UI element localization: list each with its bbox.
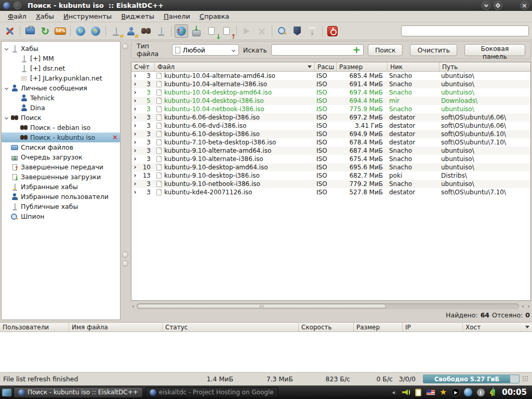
expand-row-icon[interactable] — [133, 149, 136, 152]
sidebar-item-10[interactable]: Списки файлов — [2, 142, 120, 152]
quick-connect-icon[interactable]: ϟ — [89, 24, 102, 38]
results-column-1[interactable]: Файл — [154, 62, 314, 71]
expand-row-icon[interactable] — [133, 174, 136, 177]
expand-row-icon[interactable] — [133, 182, 136, 185]
search-button[interactable]: Поиск — [368, 44, 403, 56]
transfers-column-3[interactable]: Скорость — [298, 323, 353, 331]
scroll-dot-button[interactable] — [122, 251, 128, 258]
filter-icon[interactable] — [305, 24, 319, 38]
transfers-column-4[interactable]: Размер — [353, 323, 402, 331]
info-icon[interactable]: i — [476, 388, 485, 397]
results-column-2[interactable]: Расш — [314, 62, 336, 71]
tree-expander[interactable] — [3, 116, 10, 119]
search-input[interactable] — [272, 46, 350, 54]
scroll-down-button[interactable] — [122, 260, 128, 267]
side-panel-button[interactable]: Боковая панель — [464, 44, 525, 56]
transfers-column-0[interactable]: Пользователи — [0, 323, 69, 331]
resize-grip[interactable] — [522, 376, 529, 382]
add-search-icon[interactable]: + — [350, 45, 363, 55]
expand-row-icon[interactable] — [133, 99, 136, 102]
table-row[interactable]: 3kubuntu-9.10-alternate-i386.isoISO675.4… — [131, 155, 530, 163]
table-row[interactable]: 3kubuntu-10.04-netbook-i386.isoISO775.9 … — [131, 105, 530, 113]
sidebar-scrollbar[interactable] — [121, 41, 129, 320]
clear-button[interactable]: Очистить — [410, 44, 457, 56]
scrollbar-thumb[interactable] — [137, 304, 385, 309]
sidebar-item-14[interactable]: ★Избранные хабы — [2, 182, 120, 192]
table-row[interactable]: 13kubuntu-9.10-desktop-i386.isoISO682.7 … — [131, 171, 530, 180]
table-row[interactable]: 3kubuntu-9.10-netbook-i386.isoISO779.2 М… — [131, 180, 530, 188]
open-filelist-icon[interactable] — [23, 24, 37, 38]
expand-row-icon[interactable] — [133, 91, 136, 94]
tree-expander[interactable] — [3, 47, 10, 50]
scroll-left-icon-2[interactable]: ‹ — [521, 303, 525, 309]
file-type-combobox[interactable]: Любой — [172, 44, 239, 56]
scroll-left-icon[interactable]: ‹ — [131, 303, 135, 309]
reconnect-icon[interactable]: ↻ — [74, 24, 87, 38]
transfers-column-2[interactable]: Статус — [162, 323, 298, 331]
download-queue-icon[interactable]: ↓ — [190, 24, 203, 38]
results-column-0[interactable]: Счёт — [131, 62, 154, 71]
results-column-5[interactable]: Путь — [439, 62, 530, 71]
table-row[interactable]: 3kubuntu-10.04-alternate-i386.isoISO691.… — [131, 80, 530, 88]
table-row[interactable]: 3kubuntu-6.10-desktop-i386.isoISO694.9 М… — [131, 130, 530, 138]
sidebar-item-4[interactable]: Личные сообщения — [2, 83, 120, 93]
sidebar-item-12[interactable]: ↑Завершенные передачи — [2, 162, 120, 172]
menu-item-3[interactable]: Виджеты — [116, 11, 159, 21]
sidebar-item-3[interactable]: ✉[+] JLarky.punklan.net — [2, 73, 120, 83]
close-wiget-icon[interactable]: × — [255, 24, 269, 38]
adl-search-icon[interactable]: ▶ — [240, 24, 254, 38]
table-row[interactable]: 3kubuntu-6.06-dvd-i386.isoISO3.41 ГиБdes… — [131, 122, 530, 130]
expand-row-icon[interactable] — [133, 116, 136, 119]
results-column-3[interactable]: Размер — [336, 62, 387, 71]
menu-item-1[interactable]: Хабы — [31, 11, 59, 21]
expand-row-icon[interactable] — [133, 157, 136, 161]
expand-row-icon[interactable] — [133, 141, 136, 144]
scrollbar-track[interactable] — [137, 303, 519, 309]
sidebar-item-17[interactable]: Шпион — [2, 211, 120, 221]
clock[interactable]: 00:05 — [500, 388, 530, 397]
favorite-hubs-icon[interactable]: ★ — [109, 24, 123, 38]
show-desktop-icon[interactable] — [2, 389, 11, 396]
menu-item-0[interactable]: Файл — [3, 11, 31, 21]
media-player-icon[interactable]: ▶ — [451, 388, 460, 397]
star-icon[interactable]: ★ — [438, 388, 448, 397]
sidebar-item-6[interactable]: Dina — [2, 103, 120, 113]
quick-search-input[interactable] — [401, 25, 529, 36]
expand-row-icon[interactable] — [133, 83, 136, 86]
tree-expander[interactable] — [3, 87, 10, 89]
expand-row-icon[interactable] — [133, 74, 136, 77]
sidebar-item-1[interactable]: [+] MM — [2, 54, 120, 63]
expand-row-icon[interactable] — [133, 166, 136, 169]
expand-row-icon[interactable] — [133, 132, 136, 136]
sidebar-item-8[interactable]: Поиск - debian iso — [2, 123, 120, 132]
horizontal-scrollbar[interactable]: ‹ ‹ › — [131, 302, 531, 310]
menu-item-2[interactable]: Инструменты — [59, 11, 116, 21]
sidebar-item-13[interactable]: ↓Завершенные загрузки — [2, 172, 120, 182]
taskbar-task-0[interactable]: Поиск - kubuntu iso :: EiskaltDC++ — [14, 387, 143, 398]
clipboard-icon[interactable] — [414, 388, 423, 397]
taskbar-task-1[interactable]: eiskaltdc - Project Hosting on Google — [145, 387, 278, 398]
favorite-users-icon[interactable]: ★ — [124, 24, 138, 38]
sidebar-item-15[interactable]: ★Избранные пользователи — [2, 192, 120, 202]
menu-item-4[interactable]: Панели — [159, 11, 195, 21]
battery-icon[interactable]: ϟ — [488, 388, 498, 397]
close-tab-icon[interactable]: ✕ — [112, 134, 118, 141]
scroll-up-button[interactable] — [122, 43, 128, 49]
window-titlebar[interactable]: Поиск - kubuntu iso :: EiskaltDC++ × — [0, 0, 532, 11]
menu-item-5[interactable]: Справка — [195, 11, 234, 21]
sidebar-item-7[interactable]: Поиск — [2, 113, 120, 123]
minimize-button[interactable] — [482, 1, 490, 10]
quit-icon[interactable] — [326, 24, 339, 38]
antispam-icon[interactable] — [290, 24, 304, 38]
table-row[interactable]: 3kubuntu-10.04-alternate-amd64.isoISO685… — [131, 72, 530, 80]
refresh-filelist-icon[interactable]: ↻ — [38, 24, 52, 38]
expand-row-icon[interactable] — [133, 108, 136, 111]
finished-uploads-icon[interactable]: ↑ — [220, 24, 233, 38]
maximize-button[interactable] — [494, 1, 502, 10]
scroll-right-icon[interactable]: › — [527, 303, 531, 309]
volume-icon[interactable] — [401, 388, 410, 397]
transfers-column-5[interactable]: IP — [402, 323, 462, 331]
sidebar-item-16[interactable]: Публичные хабы — [2, 202, 120, 211]
expand-row-icon[interactable] — [133, 124, 136, 127]
table-row[interactable]: 3kubuntu-7.10-beta-desktop-i386.isoISO67… — [131, 138, 530, 147]
